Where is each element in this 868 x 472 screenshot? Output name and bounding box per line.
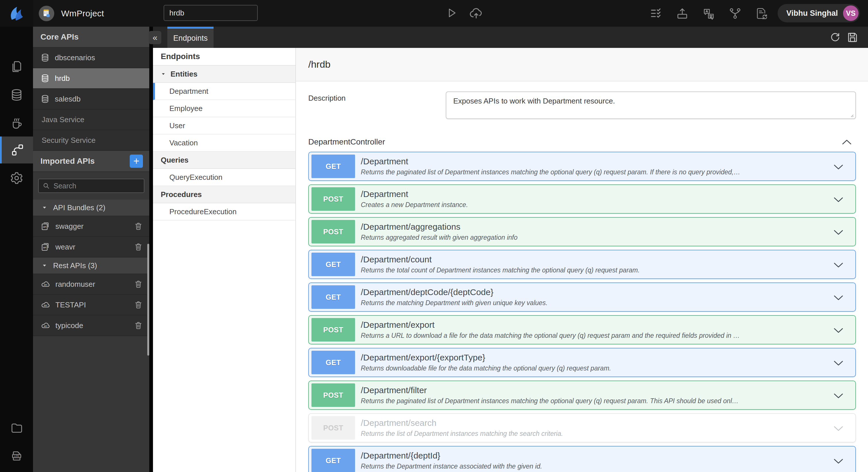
tree-section-queries[interactable]: Queries <box>153 152 296 169</box>
imported-api-item-weavr[interactable]: APIweavr <box>33 237 149 258</box>
save-button[interactable] <box>846 31 859 43</box>
tree-item-queryexecution[interactable]: QueryExecution <box>153 169 296 186</box>
rail-item-settings[interactable] <box>0 165 33 192</box>
rail-item-logs[interactable]: LOG <box>0 442 33 469</box>
endpoint-card-post-Department-search[interactable]: POST/Department/searchReturns the list o… <box>308 413 856 442</box>
tree-item-department[interactable]: Department <box>153 83 296 100</box>
imported-api-item-randomuser[interactable]: APIrandomuser <box>33 274 149 295</box>
core-api-item-security-service[interactable]: Security Service <box>33 130 149 151</box>
chevron-down-icon[interactable] <box>834 459 843 464</box>
endpoint-card-get-Department-deptId-[interactable]: GET/Department/{deptId}Returns the Depar… <box>308 446 856 472</box>
tree-item-user[interactable]: User <box>153 117 296 134</box>
core-api-item-java-service[interactable]: Java Service <box>33 109 149 130</box>
core-api-item-salesdb[interactable]: salesdb <box>33 89 149 109</box>
localization-button[interactable] <box>702 7 715 20</box>
method-badge: GET <box>311 252 355 276</box>
core-api-item-hrdb[interactable]: hrdb <box>33 68 149 89</box>
core-api-item-dbscenarios[interactable]: dbscenarios <box>33 47 149 68</box>
tree-section-label: Entities <box>170 70 197 78</box>
service-header: /hrdb <box>296 48 868 81</box>
endpoint-card-get-Department-count[interactable]: GET/Department/countReturns the total co… <box>308 250 856 279</box>
description-textarea[interactable]: Exposes APIs to work with Department res… <box>446 92 856 119</box>
chevron-down-icon[interactable] <box>834 393 843 399</box>
delete-api-button[interactable] <box>134 222 143 231</box>
database-icon <box>10 88 24 102</box>
endpoint-card-get-Department-export-exportType-[interactable]: GET/Department/export/{exportType}Return… <box>308 348 856 377</box>
rail-item-java-service[interactable] <box>0 109 33 136</box>
endpoint-path: /Department/export/{exportType} <box>361 353 611 363</box>
imported-apis-title: Imported APIs <box>40 157 95 166</box>
rail-item-database[interactable] <box>0 81 33 108</box>
chevron-down-icon[interactable] <box>834 295 843 301</box>
endpoint-path: /Department/filter <box>361 385 739 395</box>
database-icon <box>40 53 50 62</box>
refresh-button[interactable] <box>829 31 841 43</box>
delete-api-button[interactable] <box>134 279 143 289</box>
chevron-down-icon[interactable] <box>834 197 843 203</box>
delete-api-button[interactable] <box>134 321 143 330</box>
endpoint-card-post-Department-filter[interactable]: POST/Department/filterReturns the pagina… <box>308 380 856 410</box>
chevron-down-icon[interactable] <box>834 361 843 366</box>
rail-item-more[interactable] <box>0 470 33 472</box>
endpoint-card-get-Department[interactable]: GET/DepartmentReturns the paginated list… <box>308 152 856 181</box>
file-sync-button[interactable] <box>755 7 768 20</box>
chevron-down-icon[interactable] <box>834 328 843 334</box>
api-cloud-icon: API <box>40 321 50 330</box>
project-search-input[interactable] <box>164 5 258 21</box>
tree-item-employee[interactable]: Employee <box>153 100 296 117</box>
tree-section-entities[interactable]: Entities <box>153 66 296 83</box>
workspace-body: Endpoints EntitiesDepartmentEmployeeUser… <box>153 48 868 472</box>
endpoint-card-get-Department-deptCode-deptCode-[interactable]: GET/Department/deptCode/{deptCode}Return… <box>308 282 856 312</box>
user-menu[interactable]: Vibhu Singhal VS <box>778 4 860 22</box>
deploy-cloud-button[interactable] <box>469 6 484 20</box>
group-header-rest-apis-3-[interactable]: Rest APIs (3) <box>33 258 149 274</box>
caret-down-icon <box>42 205 48 210</box>
endpoint-description: Returns the total count of Department in… <box>361 266 640 274</box>
translate-icon <box>702 7 715 20</box>
chevron-up-icon[interactable] <box>842 139 852 145</box>
panel-scrollbar[interactable] <box>147 244 149 356</box>
api-search-input[interactable] <box>38 179 144 193</box>
caret-down-icon <box>42 263 48 268</box>
rail-item-folder[interactable] <box>0 415 33 442</box>
endpoint-card-post-Department-aggregations[interactable]: POST/Department/aggregationsReturns aggr… <box>308 217 856 246</box>
export-button[interactable] <box>676 7 689 20</box>
core-api-label: Java Service <box>42 115 84 124</box>
app-logo[interactable] <box>0 0 33 27</box>
endpoint-card-post-Department[interactable]: POST/DepartmentCreates a new Department … <box>308 184 856 214</box>
cloud-upload-icon <box>469 6 484 20</box>
folder-icon <box>10 422 23 435</box>
tree-section-procedures[interactable]: Procedures <box>153 186 296 203</box>
chevron-down-icon[interactable] <box>834 230 843 235</box>
endpoint-description: Returns the paginated list of Department… <box>361 397 739 405</box>
chevron-down-icon[interactable] <box>834 426 843 432</box>
chevron-down-icon[interactable] <box>834 164 843 170</box>
rail-item-apis[interactable] <box>0 136 33 164</box>
chevron-down-icon[interactable] <box>834 262 843 268</box>
tree-item-procedureexecution[interactable]: ProcedureExecution <box>153 203 296 221</box>
resize-handle-icon[interactable] <box>849 113 854 117</box>
version-control-button[interactable] <box>728 7 742 20</box>
tree-item-label: Vacation <box>169 138 198 147</box>
group-header-api-bundles-2-[interactable]: API Bundles (2) <box>33 200 149 216</box>
tree-item-vacation[interactable]: Vacation <box>153 134 296 152</box>
imported-api-item-testapi[interactable]: APITESTAPI <box>33 295 149 315</box>
tab-strip: Endpoints <box>153 27 868 48</box>
tab-endpoints[interactable]: Endpoints <box>167 27 214 48</box>
svg-text:API: API <box>43 247 46 248</box>
service-content: Description Exposes APIs to work with De… <box>296 81 868 472</box>
checklist-button[interactable] <box>649 7 662 20</box>
imported-api-item-swagger[interactable]: APIswagger <box>33 216 149 237</box>
delete-api-button[interactable] <box>134 242 143 251</box>
svg-text:API: API <box>44 325 47 327</box>
endpoint-card-post-Department-export[interactable]: POST/Department/exportReturns a URL to d… <box>308 315 856 344</box>
core-api-label: hrdb <box>55 74 70 83</box>
collapse-panel-button[interactable]: « <box>149 31 161 44</box>
run-button[interactable] <box>445 6 458 20</box>
method-badge: POST <box>311 187 355 211</box>
delete-api-button[interactable] <box>134 300 143 309</box>
rail-item-pages[interactable] <box>0 53 33 80</box>
imported-api-item-typicode[interactable]: APItypicode <box>33 315 149 336</box>
project-icon[interactable] <box>39 6 54 21</box>
add-api-button[interactable]: + <box>130 155 143 168</box>
